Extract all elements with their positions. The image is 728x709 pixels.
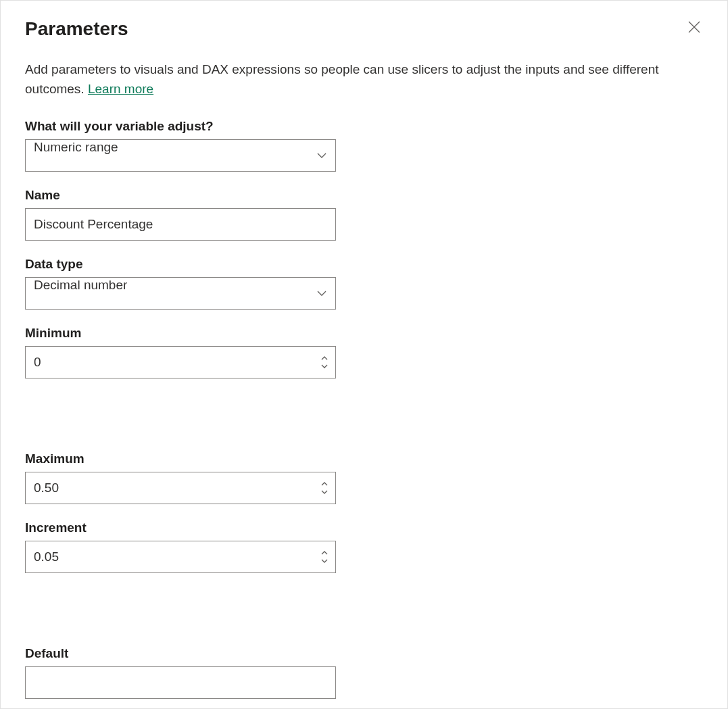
name-input[interactable] xyxy=(26,209,335,240)
field-minimum: Minimum xyxy=(25,326,336,378)
minimum-input[interactable] xyxy=(26,347,318,378)
dialog-header: Parameters xyxy=(25,18,703,60)
minimum-input-wrap xyxy=(25,346,336,378)
data-type-value: Decimal number xyxy=(26,278,308,309)
maximum-stepper[interactable] xyxy=(318,472,335,504)
field-variable-adjust: What will your variable adjust? Numeric … xyxy=(25,119,703,172)
default-input[interactable] xyxy=(26,667,335,698)
variable-adjust-label: What will your variable adjust? xyxy=(25,119,703,134)
maximum-input[interactable] xyxy=(26,472,318,504)
dialog-body: Parameters Add parameters to visuals and… xyxy=(1,1,727,709)
dialog-description: Add parameters to visuals and DAX expres… xyxy=(25,60,687,99)
chevron-up-icon xyxy=(321,356,328,361)
data-type-select[interactable]: Decimal number xyxy=(25,277,336,310)
increment-stepper[interactable] xyxy=(318,541,335,572)
close-button[interactable] xyxy=(685,18,703,39)
maximum-label: Maximum xyxy=(25,451,336,466)
field-maximum: Maximum xyxy=(25,451,336,504)
chevron-down-icon xyxy=(308,290,335,297)
increment-input[interactable] xyxy=(26,541,318,572)
minimum-stepper[interactable] xyxy=(318,347,335,378)
variable-adjust-value: Numeric range xyxy=(26,140,308,171)
field-name: Name xyxy=(25,188,703,241)
variable-adjust-select[interactable]: Numeric range xyxy=(25,139,336,172)
chevron-down-icon xyxy=(321,489,328,494)
name-label: Name xyxy=(25,188,703,203)
maximum-input-wrap xyxy=(25,472,336,504)
minimum-label: Minimum xyxy=(25,326,336,341)
increment-default-row: Increment Default xyxy=(25,520,703,709)
chevron-down-icon xyxy=(321,558,328,563)
chevron-up-icon xyxy=(321,551,328,556)
field-default: Default xyxy=(25,646,336,699)
name-input-wrap xyxy=(25,208,336,241)
increment-label: Increment xyxy=(25,520,336,535)
form-area: What will your variable adjust? Numeric … xyxy=(25,119,703,709)
parameters-dialog: Parameters Add parameters to visuals and… xyxy=(0,0,728,709)
learn-more-link[interactable]: Learn more xyxy=(88,82,153,96)
default-label: Default xyxy=(25,646,336,661)
chevron-up-icon xyxy=(321,482,328,487)
field-increment: Increment xyxy=(25,520,336,573)
close-icon xyxy=(688,21,700,33)
chevron-down-icon xyxy=(308,152,335,159)
field-data-type: Data type Decimal number xyxy=(25,257,703,310)
chevron-down-icon xyxy=(321,364,328,368)
increment-input-wrap xyxy=(25,541,336,573)
data-type-label: Data type xyxy=(25,257,703,272)
min-max-row: Minimum Maximum xyxy=(25,326,703,520)
dialog-title: Parameters xyxy=(25,18,128,40)
default-input-wrap xyxy=(25,666,336,699)
